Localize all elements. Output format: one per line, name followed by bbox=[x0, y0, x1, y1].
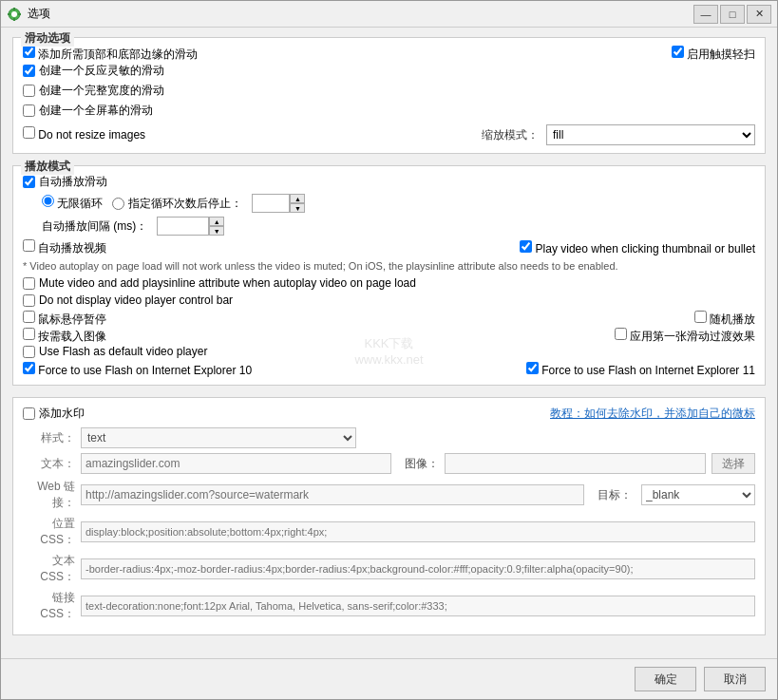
infinite-loop-text: 无限循环 bbox=[57, 197, 103, 210]
text-input[interactable] bbox=[81, 453, 391, 474]
link-css-input[interactable] bbox=[81, 596, 755, 616]
position-css-input[interactable] bbox=[81, 521, 755, 542]
full-screen-label[interactable]: 创建一个全屏幕的滑动 bbox=[23, 103, 153, 119]
play-video-thumbnail-checkbox[interactable] bbox=[520, 240, 532, 253]
mouse-random-row: 鼠标悬停暂停 随机播放 bbox=[23, 311, 755, 328]
image-input[interactable] bbox=[445, 453, 706, 474]
confirm-button[interactable]: 确定 bbox=[635, 667, 696, 691]
playback-section: 播放模式 自动播放滑动 无限循环 指定循环次数后停止： bbox=[12, 165, 766, 386]
load-on-demand-checkbox[interactable] bbox=[23, 328, 35, 340]
style-select[interactable]: text image bbox=[81, 427, 356, 448]
first-slide-checkbox[interactable] bbox=[615, 328, 627, 340]
titlebar-left: 选项 bbox=[7, 6, 50, 22]
auto-play-checkbox[interactable] bbox=[23, 176, 35, 188]
add-scroll-checkbox[interactable] bbox=[23, 46, 35, 58]
footer: 确定 取消 bbox=[1, 658, 777, 699]
touch-swipe-text: 启用触摸轻扫 bbox=[687, 47, 755, 61]
minimize-button[interactable]: — bbox=[693, 5, 718, 24]
add-scroll-text: 添加所需顶部和底部边缘的滑动 bbox=[38, 47, 198, 61]
target-label: 目标： bbox=[598, 487, 632, 503]
scale-mode-select[interactable]: fill fit stretch none bbox=[546, 124, 755, 145]
text-css-input[interactable] bbox=[81, 558, 755, 579]
force-flash-ie11-checkbox[interactable] bbox=[526, 362, 539, 374]
target-select[interactable]: _blank _self _parent _top bbox=[641, 484, 755, 505]
add-scroll-label[interactable]: 添加所需顶部和底部边缘的滑动 bbox=[23, 46, 198, 63]
close-button[interactable]: ✕ bbox=[747, 5, 771, 24]
play-video-thumbnail-label[interactable]: Play video when clicking thumbnail or bu… bbox=[520, 240, 755, 255]
auto-play-video-checkbox[interactable] bbox=[23, 239, 35, 252]
mute-video-row: Mute video and add playsinline attribute… bbox=[23, 276, 755, 290]
ie-flash-row: Force to use Flash on Internet Explorer … bbox=[23, 362, 755, 377]
watermark-checkbox[interactable] bbox=[23, 407, 35, 420]
scale-mode-row: 缩放模式： fill fit stretch none bbox=[482, 124, 755, 145]
auto-play-video-label[interactable]: 自动播放视频 bbox=[23, 239, 106, 256]
watermark-check-label[interactable]: 添加水印 bbox=[23, 406, 85, 422]
use-flash-label[interactable]: Use Flash as default video player bbox=[23, 345, 207, 358]
first-slide-text: 应用第一张滑动过渡效果 bbox=[630, 330, 755, 343]
no-resize-text: Do not resize images bbox=[38, 128, 145, 142]
maximize-button[interactable]: □ bbox=[720, 5, 745, 24]
interval-row: 自动播放间隔 (ms)： 5000 ▲ ▼ bbox=[42, 217, 755, 236]
scale-mode-label: 缩放模式： bbox=[482, 127, 539, 143]
titlebar: 选项 — □ ✕ bbox=[1, 1, 777, 28]
stop-after-label[interactable]: 指定循环次数后停止： bbox=[112, 196, 242, 212]
random-play-checkbox[interactable] bbox=[694, 311, 707, 323]
web-label: Web 链接： bbox=[23, 479, 75, 511]
stop-after-up-btn[interactable]: ▲ bbox=[290, 194, 305, 203]
stop-after-input[interactable]: 1 bbox=[252, 194, 290, 213]
select-image-button[interactable]: 选择 bbox=[712, 453, 755, 474]
mouse-pause-checkbox[interactable] bbox=[23, 311, 35, 323]
responsive-scroll-label[interactable]: 创建一个反应灵敏的滑动 bbox=[23, 63, 164, 79]
responsive-scroll-checkbox[interactable] bbox=[23, 65, 35, 77]
mouse-pause-label[interactable]: 鼠标悬停暂停 bbox=[23, 311, 106, 328]
force-flash-ie11-label[interactable]: Force to use Flash on Internet Explorer … bbox=[526, 362, 755, 377]
responsive-scroll-text: 创建一个反应灵敏的滑动 bbox=[39, 63, 164, 79]
use-flash-checkbox[interactable] bbox=[23, 346, 35, 358]
random-play-label[interactable]: 随机播放 bbox=[694, 311, 755, 328]
touch-swipe-label[interactable]: 启用触摸轻扫 bbox=[672, 46, 755, 63]
interval-input[interactable]: 5000 bbox=[157, 217, 209, 236]
full-width-label[interactable]: 创建一个完整宽度的滑动 bbox=[23, 83, 164, 99]
no-resize-checkbox[interactable] bbox=[23, 126, 35, 139]
interval-up-btn[interactable]: ▲ bbox=[209, 217, 224, 226]
image-label-text: 图像： bbox=[405, 456, 439, 472]
first-slide-label[interactable]: 应用第一张滑动过渡效果 bbox=[615, 328, 755, 345]
style-label: 样式： bbox=[23, 430, 75, 446]
full-width-checkbox[interactable] bbox=[23, 85, 35, 97]
touch-swipe-checkbox[interactable] bbox=[672, 46, 684, 58]
app-icon bbox=[7, 7, 22, 22]
stop-after-radio[interactable] bbox=[112, 198, 124, 210]
no-resize-label[interactable]: Do not resize images bbox=[23, 126, 145, 142]
auto-play-label[interactable]: 自动播放滑动 bbox=[23, 174, 107, 190]
full-screen-checkbox[interactable] bbox=[23, 104, 35, 117]
force-flash-ie10-checkbox[interactable] bbox=[23, 362, 35, 374]
interval-down-btn[interactable]: ▼ bbox=[209, 226, 224, 236]
position-css-label: 位置 CSS： bbox=[23, 516, 75, 548]
no-control-bar-checkbox[interactable] bbox=[23, 294, 35, 307]
text-css-label: 文本 CSS： bbox=[23, 553, 75, 585]
text-image-row: 文本： 图像： 选择 bbox=[23, 453, 755, 474]
mute-video-label[interactable]: Mute video and add playsinline attribute… bbox=[23, 276, 416, 290]
load-on-demand-label[interactable]: 按需载入图像 bbox=[23, 328, 106, 345]
mouse-pause-text: 鼠标悬停暂停 bbox=[38, 312, 106, 326]
stop-after-text: 指定循环次数后停止： bbox=[128, 196, 242, 212]
cancel-button[interactable]: 取消 bbox=[704, 667, 766, 691]
link-css-label: 链接 CSS： bbox=[23, 590, 75, 622]
web-input[interactable] bbox=[81, 484, 584, 505]
no-control-bar-label[interactable]: Do not display video player control bar bbox=[23, 293, 233, 307]
use-flash-text: Use Flash as default video player bbox=[39, 345, 207, 358]
force-flash-ie10-label[interactable]: Force to use Flash on Internet Explorer … bbox=[23, 362, 252, 377]
loop-row: 无限循环 指定循环次数后停止： 1 ▲ ▼ bbox=[42, 194, 755, 213]
watermark-tutorial-link[interactable]: 教程：如何去除水印，并添加自己的微标 bbox=[550, 406, 755, 422]
infinite-loop-radio[interactable] bbox=[42, 195, 54, 207]
stop-after-down-btn[interactable]: ▼ bbox=[290, 203, 305, 213]
random-play-text: 随机播放 bbox=[710, 312, 755, 326]
full-width-text: 创建一个完整宽度的滑动 bbox=[39, 83, 164, 99]
interval-spin-buttons: ▲ ▼ bbox=[209, 217, 224, 236]
infinite-loop-label[interactable]: 无限循环 bbox=[42, 195, 103, 212]
interval-spin: 5000 ▲ ▼ bbox=[157, 217, 224, 236]
mute-video-checkbox[interactable] bbox=[23, 277, 35, 290]
no-control-bar-text: Do not display video player control bar bbox=[39, 293, 233, 307]
scroll-section-label: 滑动选项 bbox=[21, 30, 74, 47]
playback-section-label: 播放模式 bbox=[21, 159, 74, 175]
